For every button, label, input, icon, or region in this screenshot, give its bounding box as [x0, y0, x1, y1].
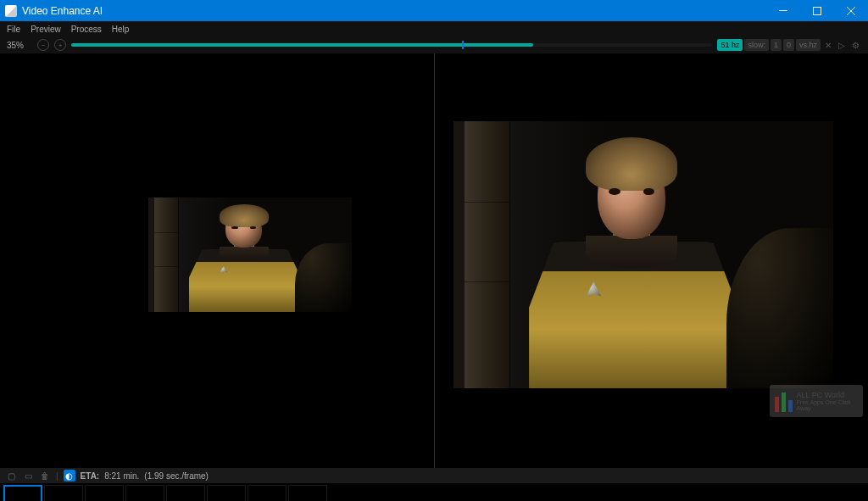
menu-process[interactable]: Process [71, 25, 102, 34]
original-panel[interactable] [0, 53, 435, 468]
menu-help[interactable]: Help [112, 25, 130, 34]
tb-slow-label: slow: [744, 39, 769, 51]
svg-rect-1 [814, 7, 821, 14]
svg-rect-0 [779, 10, 787, 11]
menubar: File Preview Process Help [0, 21, 868, 36]
watermark-subtitle: Free Apps One Click Away [797, 399, 860, 411]
enhanced-frame [453, 121, 833, 388]
thumbnail[interactable] [288, 485, 327, 501]
thumbnail-strip [0, 483, 868, 501]
zoom-out-button[interactable]: − [37, 39, 49, 51]
toolbar: 35% − + 51 hz slow: 1 0 vs.hz ✕ ▷ ⚙ [0, 36, 868, 53]
toolbar-right: 51 hz slow: 1 0 vs.hz ✕ ▷ ⚙ [717, 39, 861, 51]
thumbnail[interactable] [44, 485, 83, 501]
zoom-in-button[interactable]: + [54, 39, 66, 51]
eta-value: 8:21 min. [104, 471, 139, 481]
close-button[interactable] [834, 0, 868, 21]
thumbnail[interactable] [125, 485, 164, 501]
gear-icon[interactable]: ⚙ [849, 39, 861, 51]
watermark-title: ALL PC World [797, 392, 860, 399]
progress-bar[interactable] [71, 43, 712, 47]
titlebar: Video Enhance AI [0, 0, 868, 21]
menu-file[interactable]: File [7, 25, 20, 34]
menu-preview[interactable]: Preview [31, 25, 61, 34]
main-comparison: ALL PC World Free Apps One Click Away [0, 53, 868, 468]
original-frame [148, 198, 352, 312]
trash-icon[interactable]: 🗑 [39, 470, 51, 482]
app-icon [5, 5, 17, 17]
tb-hz-button[interactable]: 51 hz [717, 39, 743, 51]
enhanced-panel[interactable]: ALL PC World Free Apps One Click Away [435, 53, 869, 468]
zoom-percent: 35% [7, 41, 32, 50]
watermark: ALL PC World Free Apps One Click Away [770, 385, 863, 417]
camera-icon[interactable]: ▢ [5, 470, 17, 482]
tb-count-button[interactable]: 0 [783, 39, 794, 51]
minimize-button[interactable] [766, 0, 800, 21]
process-icon[interactable]: ◐ [64, 470, 75, 482]
thumbnail[interactable] [248, 485, 287, 501]
maximize-button[interactable] [800, 0, 834, 21]
bottom-toolbar: ▢ ▭ 🗑 | ◐ ETA: 8:21 min. (1.99 sec./fram… [0, 468, 868, 483]
watermark-logo-icon [773, 390, 792, 412]
tb-vshz-button[interactable]: vs.hz [796, 39, 821, 51]
thumbnail[interactable] [207, 485, 246, 501]
eta-label: ETA: [81, 471, 100, 481]
window-title: Video Enhance AI [22, 5, 103, 17]
eta-rate: (1.99 sec./frame) [144, 471, 209, 481]
thumbnail[interactable] [3, 485, 42, 501]
tb-slow-value: 1 [771, 39, 782, 51]
progress-marker [462, 41, 464, 49]
shuffle-icon[interactable]: ✕ [822, 39, 834, 51]
video-icon[interactable]: ▭ [22, 470, 34, 482]
forward-icon[interactable]: ▷ [836, 39, 848, 51]
thumbnail[interactable] [166, 485, 205, 501]
thumbnail[interactable] [85, 485, 124, 501]
